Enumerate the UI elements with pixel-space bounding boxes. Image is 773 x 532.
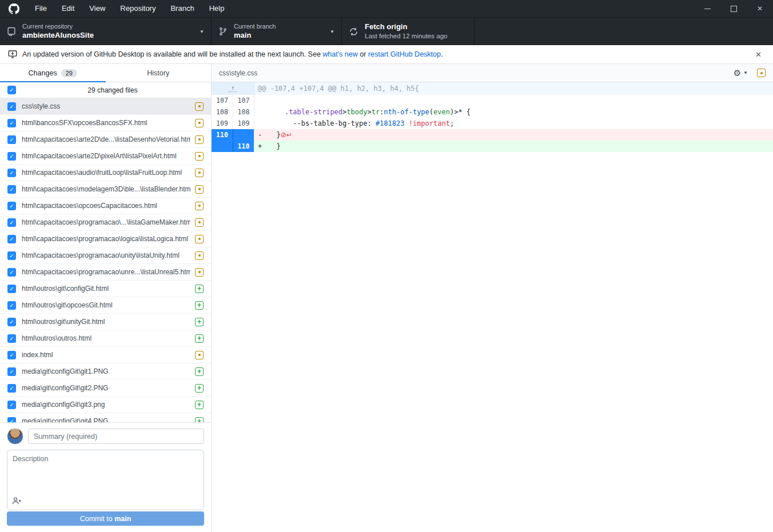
- github-logo-icon: [0, 3, 27, 14]
- file-checkbox[interactable]: ✓: [7, 401, 16, 409]
- file-row[interactable]: ✓ html\capacitacoes\modelagem3D\ble...\l…: [0, 181, 211, 198]
- modified-status-icon: [195, 251, 204, 260]
- changed-files-count: 29 changed files: [22, 86, 204, 94]
- summary-input[interactable]: [28, 429, 204, 444]
- file-row[interactable]: ✓ html\capacitacoes\programacao\logica\l…: [0, 231, 211, 247]
- current-repository-value: ambienteAlunosSite: [22, 31, 94, 41]
- select-all-checkbox[interactable]: ✓: [7, 86, 16, 94]
- current-branch-dropdown[interactable]: Current branch main ▼: [212, 18, 342, 45]
- menu-file[interactable]: File: [27, 0, 54, 17]
- file-checkbox[interactable]: ✓: [7, 135, 16, 144]
- diff-line-row: 109 109 --bs-table-bg-type: #181823 !imp…: [212, 118, 773, 129]
- file-checkbox[interactable]: ✓: [7, 251, 16, 260]
- file-path: html\capacitacoes\audio\fruitLoop\listaF…: [22, 169, 190, 177]
- diff-line-code: - }⊘↵: [254, 129, 773, 141]
- minimize-button[interactable]: [694, 0, 720, 17]
- expand-up-icon: ↑: [229, 85, 237, 92]
- description-input[interactable]: [7, 450, 204, 510]
- sync-icon: [349, 27, 358, 37]
- file-path: media\git\configGit\git3.png: [22, 401, 190, 409]
- file-row[interactable]: ✓ media\git\configGit\git2.PNG: [0, 380, 211, 397]
- file-path: html\outros\git\configGit.html: [22, 285, 190, 293]
- diff-line-row[interactable]: 110 + }: [212, 141, 773, 152]
- file-checkbox[interactable]: ✓: [7, 235, 16, 243]
- menu-branch[interactable]: Branch: [163, 0, 201, 17]
- file-checkbox[interactable]: ✓: [7, 202, 16, 210]
- file-row[interactable]: ✓ html\outros\git\unityGit.html: [0, 314, 211, 330]
- diff-line-code: [254, 95, 773, 106]
- file-row[interactable]: ✓ html\bancosSFX\opcoesBancosSFX.html: [0, 115, 211, 131]
- file-row[interactable]: ✓ html\outros\outros.html: [0, 330, 211, 347]
- file-checkbox[interactable]: ✓: [7, 417, 16, 423]
- file-checkbox[interactable]: ✓: [7, 218, 16, 227]
- close-button[interactable]: ✕: [747, 0, 773, 17]
- file-row[interactable]: ✓ index.html: [0, 347, 211, 363]
- menu-help[interactable]: Help: [202, 0, 232, 17]
- file-checkbox[interactable]: ✓: [7, 367, 16, 376]
- file-checkbox[interactable]: ✓: [7, 152, 16, 161]
- file-path: html\outros\outros.html: [22, 334, 190, 342]
- file-checkbox[interactable]: ✓: [7, 285, 16, 293]
- fetch-origin-button[interactable]: Fetch origin Last fetched 12 minutes ago: [342, 18, 475, 45]
- file-checkbox[interactable]: ✓: [7, 268, 16, 277]
- commit-button[interactable]: Commit to main: [7, 511, 204, 526]
- file-row[interactable]: ✓ html\capacitacoes\audio\fruitLoop\list…: [0, 165, 211, 181]
- add-coauthor-icon[interactable]: [12, 497, 22, 505]
- file-row[interactable]: ✓ html\capacitacoes\arte2D\pixelArt\list…: [0, 148, 211, 165]
- file-row[interactable]: ✓ html\capacitacoes\opcoesCapacitacoes.h…: [0, 198, 211, 214]
- fetch-origin-label: Fetch origin: [365, 22, 448, 32]
- maximize-button[interactable]: [720, 0, 747, 17]
- file-row[interactable]: ✓ css\style.css: [0, 98, 211, 115]
- modified-status-icon: [195, 152, 204, 161]
- notification-text: An updated version of GitHub Desktop is …: [22, 50, 443, 58]
- file-row[interactable]: ✓ html\outros\git\configGit.html: [0, 281, 211, 297]
- modified-status-icon: [195, 119, 204, 127]
- diff-line-row: 108 108 .table-striped>tbody>tr:nth-of-t…: [212, 106, 773, 118]
- tab-history[interactable]: History: [106, 64, 212, 82]
- current-repository-dropdown[interactable]: Current repository ambienteAlunosSite ▼: [0, 18, 212, 45]
- added-status-icon: [195, 318, 204, 326]
- file-row[interactable]: ✓ html\capacitacoes\arte2D\de...\listaDe…: [0, 131, 211, 148]
- file-checkbox[interactable]: ✓: [7, 334, 16, 343]
- whats-new-link[interactable]: what's new: [322, 50, 357, 58]
- gear-icon: ⚙: [734, 68, 741, 78]
- file-row[interactable]: ✓ media\git\configGit\git4.PNG: [0, 413, 211, 422]
- tab-changes[interactable]: Changes 29: [0, 64, 106, 82]
- new-line-number: [233, 129, 254, 141]
- file-row[interactable]: ✓ media\git\configGit\git1.PNG: [0, 363, 211, 380]
- file-row[interactable]: ✓ media\git\configGit\git3.png: [0, 397, 211, 413]
- chevron-down-icon: ▼: [330, 29, 334, 34]
- file-checkbox[interactable]: ✓: [7, 301, 16, 310]
- new-line-number: 110: [233, 141, 254, 152]
- file-checkbox[interactable]: ✓: [7, 169, 16, 177]
- file-checkbox[interactable]: ✓: [7, 318, 16, 326]
- expand-hunk-button[interactable]: ↑: [212, 82, 254, 95]
- file-row[interactable]: ✓ html\capacitacoes\programacao\unre...\…: [0, 264, 211, 281]
- diff-line-row[interactable]: 110 - }⊘↵: [212, 129, 773, 141]
- notification-close-icon[interactable]: ✕: [752, 50, 765, 59]
- desktop-download-icon: [8, 50, 17, 59]
- file-path: media\git\configGit\git4.PNG: [22, 417, 190, 422]
- diff-line-code: --bs-table-bg-type: #181823 !important;: [254, 118, 773, 129]
- menu-view[interactable]: View: [82, 0, 113, 17]
- file-path: index.html: [22, 351, 190, 359]
- main-content: Changes 29 History ✓ 29 changed files ✓ …: [0, 64, 773, 532]
- file-checkbox[interactable]: ✓: [7, 351, 16, 359]
- file-checkbox[interactable]: ✓: [7, 384, 16, 393]
- diff-options-button[interactable]: ⚙ ▼: [734, 68, 748, 78]
- menu-bar: File Edit View Repository Branch Help: [27, 0, 232, 17]
- file-row[interactable]: ✓ html\capacitacoes\programacao\...\list…: [0, 214, 211, 231]
- file-checkbox[interactable]: ✓: [7, 102, 16, 111]
- file-path: html\capacitacoes\programacao\unity\list…: [22, 251, 190, 259]
- github-desktop-window: File Edit View Repository Branch Help ✕ …: [0, 0, 773, 532]
- menu-repository[interactable]: Repository: [113, 0, 163, 17]
- file-row[interactable]: ✓ html\capacitacoes\programacao\unity\li…: [0, 247, 211, 264]
- file-checkbox[interactable]: ✓: [7, 185, 16, 194]
- added-status-icon: [195, 384, 204, 393]
- menu-edit[interactable]: Edit: [54, 0, 82, 17]
- restart-link[interactable]: restart GitHub Desktop: [368, 50, 441, 58]
- file-checkbox[interactable]: ✓: [7, 119, 16, 127]
- git-branch-icon: [218, 27, 228, 36]
- diff-file-name: css\style.css: [219, 69, 257, 77]
- file-row[interactable]: ✓ html\outros\git\opcoesGit.html: [0, 297, 211, 314]
